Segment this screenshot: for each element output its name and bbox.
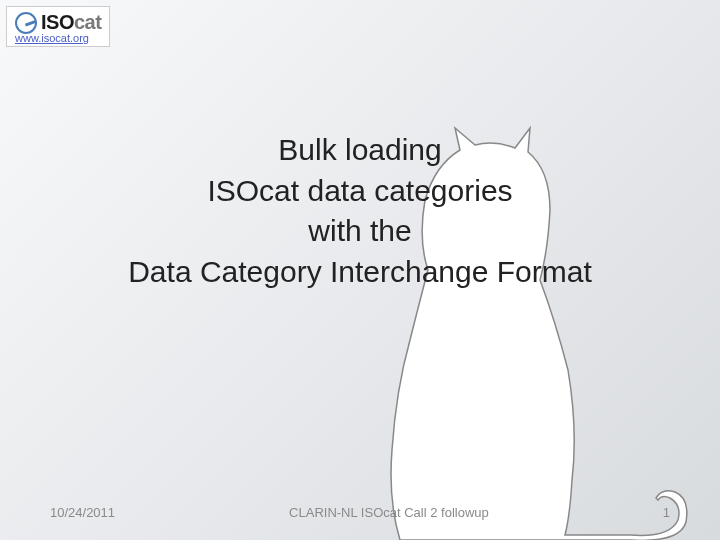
logo-url-link[interactable]: www.isocat.org <box>15 32 89 44</box>
footer-page: 1 <box>663 505 670 520</box>
logo-box: ISOcat www.isocat.org <box>6 6 110 47</box>
title-line-2: ISOcat data categories <box>0 171 720 212</box>
logo-text-cat: cat <box>74 11 101 33</box>
logo-text-iso: ISO <box>41 11 74 33</box>
slide-footer: 10/24/2011 CLARIN-NL ISOcat Call 2 follo… <box>0 505 720 520</box>
title-line-1: Bulk loading <box>0 130 720 171</box>
footer-event: CLARIN-NL ISOcat Call 2 followup <box>289 505 489 520</box>
slide-title: Bulk loading ISOcat data categories with… <box>0 130 720 292</box>
logo-circle-icon <box>15 12 37 34</box>
title-line-3: with the <box>0 211 720 252</box>
title-line-4: Data Category Interchange Format <box>0 252 720 293</box>
footer-date: 10/24/2011 <box>50 505 115 520</box>
